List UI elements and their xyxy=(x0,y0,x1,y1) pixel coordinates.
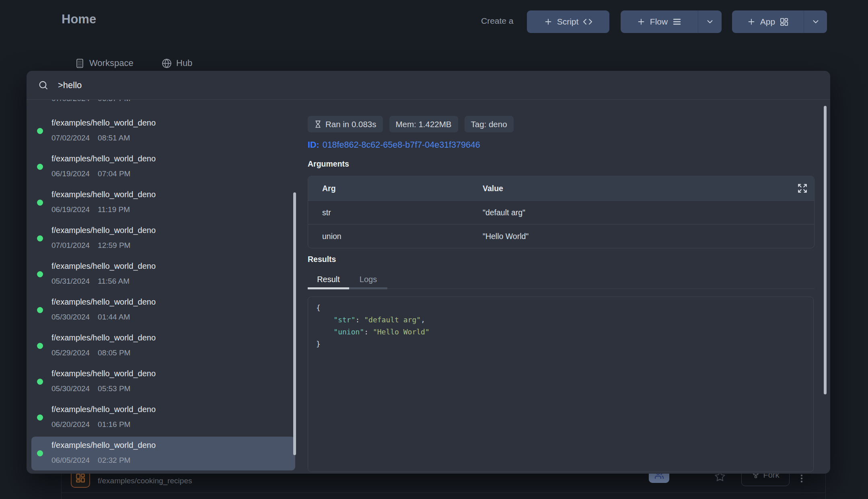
run-item-date: 06/19/2024 xyxy=(51,205,90,214)
create-script-label: Script xyxy=(557,17,579,27)
tab-logs[interactable]: Logs xyxy=(349,272,387,287)
run-item-date: 06/05/2024 xyxy=(51,456,90,464)
arguments-section-label: Arguments xyxy=(308,159,349,169)
success-dot-icon xyxy=(37,343,43,349)
chevron-down-icon xyxy=(811,17,820,26)
run-item-when: 06/19/202407:04 PM xyxy=(51,169,130,178)
run-item-when: 05/29/202408:05 PM xyxy=(51,348,130,357)
run-list-item[interactable]: f/examples/hello_world_deno 07/01/202412… xyxy=(31,222,295,256)
run-item-path: f/examples/hello_world_deno xyxy=(51,262,156,271)
run-list-item[interactable]: f/examples/hello_world_deno 07/02/202408… xyxy=(31,114,295,148)
arguments-table: Arg Value str "default arg" union "Hello… xyxy=(308,176,815,248)
run-list: 07/08/202406:37 PM f/examples/hello_worl… xyxy=(27,100,298,474)
run-id-label: ID: xyxy=(308,140,319,150)
memory-badge: Mem: 1.422MB xyxy=(389,116,458,132)
run-list-item[interactable]: f/examples/hello_world_deno 06/19/202411… xyxy=(31,186,295,220)
expand-icon[interactable] xyxy=(797,183,808,194)
run-item-time: 11:19 PM xyxy=(98,205,130,214)
tab-hub[interactable]: Hub xyxy=(162,58,192,68)
run-item-path: f/examples/hello_world_deno xyxy=(51,190,156,199)
run-item-time: 01:16 PM xyxy=(98,420,130,429)
screen: Home Create a Script Flow xyxy=(0,0,868,499)
run-item-date: 06/19/2024 xyxy=(51,169,90,178)
run-item-when: 05/31/202411:56 AM xyxy=(51,277,130,286)
result-panel: { "str": "default arg", "union": "Hello … xyxy=(308,297,814,472)
run-item-time: 08:05 PM xyxy=(98,348,130,357)
run-list-item[interactable]: f/examples/hello_world_deno 05/30/202401… xyxy=(31,293,295,327)
run-item-path: f/examples/hello_world_deno xyxy=(51,441,156,450)
run-item-partial-date: 07/08/202406:37 PM xyxy=(51,100,130,103)
run-list-item[interactable]: f/examples/hello_world_deno 05/29/202408… xyxy=(31,329,295,363)
run-item-time: 11:56 AM xyxy=(98,277,130,285)
code-icon xyxy=(583,17,592,27)
run-list-scrollbar[interactable] xyxy=(293,192,296,455)
run-item-when: 07/01/202412:59 PM xyxy=(51,241,130,250)
run-badges: Ran in 0.083s Mem: 1.422MB Tag: deno xyxy=(308,116,514,132)
create-app-dropdown-button[interactable] xyxy=(804,10,827,33)
tab-result[interactable]: Result xyxy=(308,272,349,287)
run-item-date: 07/01/2024 xyxy=(51,241,90,250)
run-id-value[interactable]: 018fe862-8c62-65e8-b7f7-04e31f379646 xyxy=(323,140,480,150)
run-item-path: f/examples/hello_world_deno xyxy=(51,333,156,342)
success-dot-icon xyxy=(37,164,43,170)
create-flow-label: Flow xyxy=(650,17,668,27)
tab-workspace-label: Workspace xyxy=(89,58,134,68)
search-bar xyxy=(27,71,830,100)
run-list-item[interactable]: f/examples/hello_world_deno 05/30/202405… xyxy=(31,365,295,399)
run-item-time: 05:53 PM xyxy=(98,384,130,393)
active-tab-underline xyxy=(308,287,349,289)
arg-cell: str xyxy=(308,208,483,217)
run-item-when: 06/19/202411:19 PM xyxy=(51,205,130,214)
flow-icon xyxy=(672,17,682,27)
run-item-path: f/examples/hello_world_deno xyxy=(51,369,156,378)
args-table-body: str "default arg" union "Hello World" xyxy=(308,200,814,248)
search-input[interactable] xyxy=(57,80,421,91)
search-icon xyxy=(38,80,48,90)
run-list-item[interactable]: f/examples/hello_world_deno 05/31/202411… xyxy=(31,258,295,291)
create-flow-dropdown-button[interactable] xyxy=(698,10,722,33)
run-item-date: 05/29/2024 xyxy=(51,348,90,357)
create-app-button[interactable]: App xyxy=(732,10,804,33)
run-list-item[interactable]: f/examples/hello_world_deno 06/19/202407… xyxy=(31,150,295,184)
command-palette-overlay: 07/08/202406:37 PM f/examples/hello_worl… xyxy=(27,71,830,474)
argument-row: str "default arg" xyxy=(308,200,814,224)
run-item-time: 08:51 AM xyxy=(98,134,130,142)
run-item-when: 07/02/202408:51 AM xyxy=(51,134,130,142)
create-a-label: Create a xyxy=(481,16,514,26)
memory-badge-label: Mem: 1.422MB xyxy=(396,120,452,129)
create-script-button[interactable]: Script xyxy=(527,10,609,33)
success-dot-icon xyxy=(37,235,43,241)
run-item-date: 06/20/2024 xyxy=(51,420,90,429)
globe-icon xyxy=(162,58,172,68)
argument-row: union "Hello World" xyxy=(308,224,814,248)
run-item-when: 05/30/202401:44 AM xyxy=(51,313,130,322)
create-flow-button[interactable]: Flow xyxy=(621,10,698,33)
run-list-item[interactable]: f/examples/hello_world_deno 06/20/202401… xyxy=(31,401,295,435)
more-options-icon[interactable] xyxy=(796,473,807,484)
page-title: Home xyxy=(62,12,96,27)
duration-badge-label: Ran in 0.083s xyxy=(325,120,376,129)
success-dot-icon xyxy=(37,450,43,456)
create-app-button-group: App xyxy=(732,10,827,33)
plus-icon xyxy=(544,17,553,26)
tab-workspace[interactable]: Workspace xyxy=(75,58,134,68)
run-item-time: 12:59 PM xyxy=(98,241,130,250)
chevron-down-icon xyxy=(706,17,714,26)
run-item-when: 06/20/202401:16 PM xyxy=(51,420,130,429)
run-item-path: f/examples/hello_world_deno xyxy=(51,118,156,128)
run-item-path: f/examples/hello_world_deno xyxy=(51,154,156,163)
plus-icon xyxy=(747,17,756,26)
run-item-date: 05/30/2024 xyxy=(51,384,90,393)
detail-scrollbar[interactable] xyxy=(824,106,827,394)
run-item-path: f/examples/hello_world_deno xyxy=(51,226,156,235)
hourglass-icon xyxy=(314,120,322,128)
success-dot-icon xyxy=(37,307,43,313)
run-item-date: 05/30/2024 xyxy=(51,313,90,321)
results-section-label: Results xyxy=(308,255,336,264)
create-flow-button-group: Flow xyxy=(621,10,722,33)
plus-icon xyxy=(637,17,646,26)
run-item-path: f/examples/hello_world_deno xyxy=(51,297,156,307)
run-item-time: 07:04 PM xyxy=(98,169,130,178)
results-tabs: Result Logs xyxy=(308,272,815,289)
run-list-item[interactable]: f/examples/hello_world_deno 06/05/202402… xyxy=(31,437,295,470)
